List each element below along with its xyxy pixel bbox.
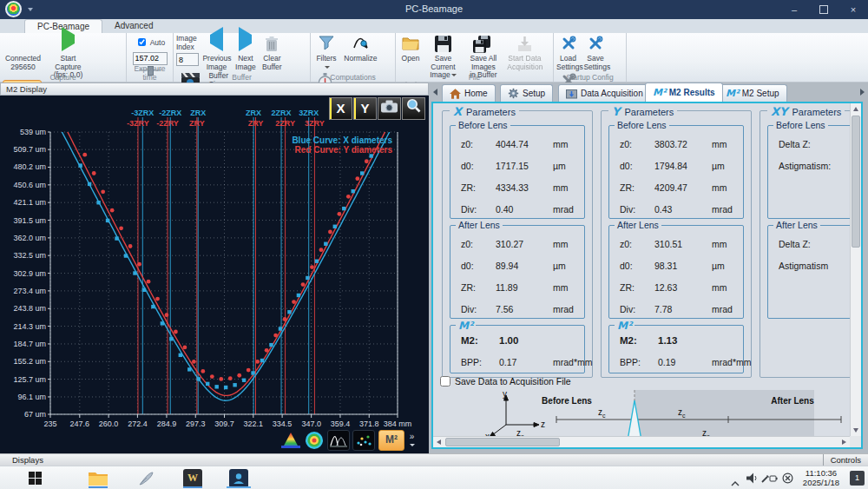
svg-text:384 mm: 384 mm: [384, 420, 412, 428]
svg-text:509.7 um: 509.7 um: [13, 145, 46, 154]
scroll-up-icon[interactable]: [853, 107, 858, 111]
xy-parameters-panel: XY Parameters Before Lens Delta Z:241.02…: [760, 110, 863, 378]
target-view-button[interactable]: [304, 431, 325, 450]
magnifier-icon: [406, 98, 421, 113]
open-button[interactable]: Open: [398, 34, 423, 63]
m2-results-content: X Parameters Before Lens z0:4044.74mmd0:…: [431, 102, 863, 449]
svg-text:362.0 um: 362.0 um: [13, 234, 46, 242]
param-value: 89.94: [496, 261, 553, 271]
pc-beamage-app-button[interactable]: [226, 468, 252, 488]
minimize-button[interactable]: –: [779, 0, 809, 19]
param-label: Delta Z:: [779, 239, 853, 249]
param-unit: mrad*mm: [553, 357, 593, 367]
horizontal-scroll-thumb[interactable]: [445, 438, 560, 446]
param-value: 0.19: [658, 357, 712, 367]
tab-scroll-left-icon[interactable]: [433, 89, 437, 96]
axis-y-toggle-button[interactable]: Y: [353, 97, 377, 120]
wps-app-button[interactable]: W: [180, 468, 206, 488]
m2-chart: -3ZRX-2ZRXZRXZRX2ZRX3ZRX-3ZRY-2ZRYZRYZRY…: [0, 96, 429, 453]
target-icon: [305, 431, 324, 450]
param-row: d0:1794.84µm: [609, 155, 743, 176]
scroll-down-icon[interactable]: [853, 428, 858, 433]
tab-m2-results[interactable]: M² M2 Results: [645, 83, 723, 102]
normalize-button[interactable]: Normalize: [343, 34, 378, 63]
svg-text:z: z: [541, 420, 545, 429]
feather-app-button[interactable]: [133, 468, 159, 488]
previous-image-button[interactable]: Previous Image: [202, 34, 230, 71]
param-label: Astigmatism:: [779, 161, 853, 171]
group-label-computations: Computations: [311, 73, 395, 82]
gear-icon: [508, 88, 519, 99]
beam-profile-view-button[interactable]: [280, 431, 301, 450]
load-settings-button[interactable]: Load Settings: [556, 34, 580, 71]
tab-scroll-right-icon[interactable]: [860, 89, 865, 96]
system-tray: 11:10:36 2025/1/18 1: [712, 466, 868, 489]
save-settings-button[interactable]: Save Settings: [583, 34, 607, 71]
start-button[interactable]: [22, 468, 48, 488]
auto-exposure-checkbox[interactable]: [138, 38, 146, 46]
x-parameters-title: X Parameters: [450, 105, 519, 118]
tab-data-acquisition[interactable]: Data Acquisition: [558, 84, 651, 102]
previous-arrow-icon: [210, 27, 223, 51]
file-explorer-button[interactable]: [85, 468, 111, 488]
param-value: 0.43: [654, 204, 712, 215]
param-unit: mm: [553, 139, 584, 149]
horizontal-scrollbar[interactable]: [433, 436, 850, 447]
snapshot-button[interactable]: [378, 97, 401, 120]
tab-home[interactable]: Home: [442, 84, 496, 102]
m2-display-header: M2 Display: [0, 83, 429, 96]
input-battery-button[interactable]: [761, 472, 778, 487]
svg-text:273.4 um: 273.4 um: [13, 287, 46, 295]
param-row: ZR:4209.47mm: [609, 176, 743, 198]
vertical-scrollbar[interactable]: [850, 103, 861, 436]
more-views-button[interactable]: »: [409, 433, 415, 448]
taskbar-clock[interactable]: 11:10:36 2025/1/18: [795, 468, 847, 487]
notification-badge: 1: [855, 473, 859, 482]
close-button[interactable]: ×: [838, 0, 868, 19]
scatter-view-button[interactable]: [352, 430, 375, 451]
param-value: 1.00: [499, 335, 553, 346]
image-index-field[interactable]: [176, 53, 199, 66]
results-tab-strip: Home Setup Data Acquisition M² M2 Result…: [431, 83, 866, 102]
param-label: M2:: [620, 335, 658, 346]
svg-text:247.6: 247.6: [70, 420, 90, 428]
save-data-checkbox[interactable]: [440, 376, 450, 387]
connected-button[interactable]: Connected 295650: [3, 34, 43, 71]
param-unit: mm: [712, 139, 743, 149]
m2-view-button[interactable]: M²: [378, 430, 404, 451]
start-data-acquisition-button: Start Data Acquisition: [507, 34, 542, 71]
m2-chart-container: -3ZRX-2ZRXZRXZRX2ZRX3ZRX-3ZRY-2ZRYZRYZRY…: [0, 96, 429, 453]
profile-graph-view-button[interactable]: [327, 430, 350, 451]
notification-center-button[interactable]: 1: [850, 471, 865, 486]
maximize-button[interactable]: [809, 0, 838, 19]
tray-expand-button[interactable]: [731, 474, 740, 489]
after-lens-group: After Lens z0:310.51mmd0:98.31µmZR:12.63…: [608, 225, 744, 319]
x-parameters-panel: X Parameters Before Lens z0:4044.74mmd0:…: [442, 110, 593, 378]
ribbon-tab-advanced[interactable]: Advanced: [102, 19, 165, 33]
tab-m2-setup[interactable]: M² M2 Setup: [718, 84, 787, 102]
svg-text:334.5: 334.5: [273, 420, 293, 428]
next-image-button[interactable]: Next Image: [234, 34, 257, 71]
floppy-icon: [435, 36, 451, 52]
filters-button[interactable]: Filters: [313, 34, 339, 71]
volume-button[interactable]: [746, 472, 759, 487]
tab-setup[interactable]: Setup: [500, 84, 553, 102]
camera-icon: [381, 100, 398, 113]
status-displays-label: Displays: [12, 455, 43, 465]
scroll-left-icon[interactable]: [437, 439, 441, 445]
svg-text:Red Curve: Y diameters: Red Curve: Y diameters: [295, 145, 393, 155]
svg-text:297.3: 297.3: [186, 420, 206, 428]
param-label: Astigmatism: [779, 261, 853, 271]
group-label-file: File: [396, 73, 553, 82]
dismiss-circle-button[interactable]: [782, 472, 793, 487]
scroll-right-icon[interactable]: [842, 439, 846, 445]
param-unit: µm: [712, 161, 743, 171]
exposure-value-field[interactable]: [133, 52, 168, 65]
vertical-scroll-thumb[interactable]: [852, 116, 860, 248]
active-app-indicator: [227, 486, 251, 488]
axis-x-toggle-button[interactable]: X: [329, 97, 352, 120]
data-acquisition-icon: [566, 89, 577, 99]
before-lens-group: Before Lens z0:4044.74mmd0:1717.15µmZR:4…: [450, 125, 585, 219]
clear-buffer-button[interactable]: Clear Buffer: [260, 34, 283, 71]
zoom-button[interactable]: [402, 97, 425, 120]
